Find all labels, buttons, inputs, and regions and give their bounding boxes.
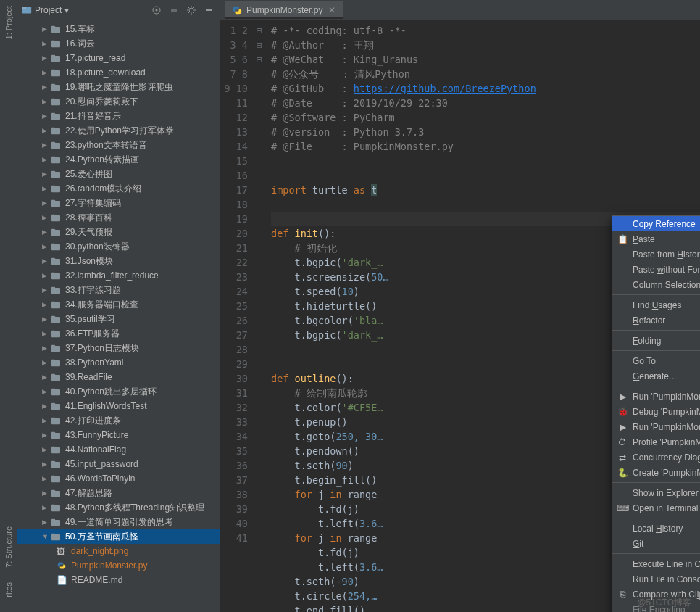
svg-point-3 [156, 9, 158, 11]
menu-item[interactable]: Go To▶ [612, 353, 700, 368]
menu-item[interactable]: ⌨Open in Terminal [612, 500, 700, 516]
tree-folder[interactable]: ▶44.NationalFlag [17, 442, 220, 457]
tree-folder[interactable]: ▶37.Python日志模块 [17, 341, 220, 355]
tree-file[interactable]: 🖼dark_night.png [17, 544, 220, 558]
tree-folder[interactable]: ▶24.Python转素描画 [17, 152, 220, 167]
tree-folder[interactable]: ▶30.python装饰器 [17, 239, 220, 254]
menu-item[interactable]: Local History▶ [612, 521, 700, 536]
run-icon: ▶ [617, 392, 628, 402]
menu-item[interactable]: Paste without FormattingCtrl+Alt+Shift+V [612, 262, 700, 277]
tree-folder[interactable]: ▶22.使用Python学习打军体拳 [17, 123, 220, 138]
svg-rect-5 [206, 9, 212, 11]
svg-rect-1 [22, 7, 26, 9]
tree-folder[interactable]: ▶26.random模块介绍 [17, 181, 220, 196]
svg-point-4 [189, 8, 193, 12]
menu-item[interactable]: 🐞Debug 'PumpkinMonster (1)' [612, 404, 700, 419]
tree-file[interactable]: 📄README.md [17, 573, 220, 587]
menu-item[interactable]: 🐍Create 'PumpkinMonster (1)'... [612, 465, 700, 480]
tree-folder[interactable]: ▶21.抖音好音乐 [17, 109, 220, 123]
menu-item[interactable]: Copy ReferenceCtrl+Alt+Shift+C [612, 216, 700, 231]
tree-folder[interactable]: ▶31.Json模块 [17, 254, 220, 268]
project-tool-label[interactable]: 1: Project [4, 6, 13, 39]
menu-item[interactable]: Git▶ [612, 536, 700, 551]
tab-label: PumpkinMonster.py [246, 5, 322, 15]
rites-label[interactable]: rites [4, 582, 13, 597]
tree-folder[interactable]: ▶40.Python跳出多层循环 [17, 384, 220, 399]
tree-folder[interactable]: ▶27.字符集编码 [17, 196, 220, 210]
diff-icon: ⎘ [617, 590, 628, 600]
collapse-icon[interactable] [167, 4, 180, 17]
tree-folder[interactable]: ▶17.picture_read [17, 51, 220, 65]
editor-tabs: PumpkinMonster.py ✕ [220, 0, 700, 20]
menu-item[interactable]: ⏱Profile 'PumpkinMonster (1)' [612, 434, 700, 450]
menu-item[interactable]: Refactor▶ [612, 313, 700, 328]
watermark: @51CTO博客 [637, 597, 691, 609]
target-icon[interactable] [150, 4, 163, 17]
menu-item[interactable]: ▶Run 'PumpkinMonster (1)'Ctrl+Shift+F10 [612, 389, 700, 404]
structure-tool-label[interactable]: 7: Structure [4, 526, 13, 568]
tree-folder[interactable]: ▶32.lambda_filter_reduce [17, 268, 220, 283]
close-icon[interactable]: ✕ [328, 5, 336, 15]
tree-folder[interactable]: ▶35.psutil学习 [17, 312, 220, 326]
tree-folder[interactable]: ▶46.WordsToPinyin [17, 471, 220, 486]
line-gutter: 1 2 3 4 5 6 7 8 9 10 11 12 13 14 15 16 1… [220, 20, 257, 612]
tree-folder[interactable]: ▼50.万圣节画南瓜怪 [17, 529, 220, 544]
menu-item[interactable]: Paste from History...Ctrl+Shift+V [612, 247, 700, 262]
prof-icon: ⏱ [617, 437, 628, 447]
tree-folder[interactable]: ▶29.天气预报 [17, 225, 220, 239]
tree-folder[interactable]: ▶20.慰问乔菱莉殿下 [17, 94, 220, 109]
tree-folder[interactable]: ▶42.打印进度条 [17, 413, 220, 428]
menu-item[interactable]: Show in Explorer [612, 485, 700, 500]
menu-item[interactable]: ▶Run 'PumpkinMonster (1)' with Coverage [612, 419, 700, 434]
menu-item[interactable]: 📋PasteCtrl+V [612, 231, 700, 247]
menu-item[interactable]: Generate...Alt+Insert [612, 368, 700, 384]
tree-folder[interactable]: ▶43.FunnyPicture [17, 428, 220, 442]
tree-folder[interactable]: ▶15.车标 [17, 22, 220, 36]
tree-folder[interactable]: ▶33.打字练习题 [17, 283, 220, 297]
tree-folder[interactable]: ▶16.词云 [17, 36, 220, 51]
tree-folder[interactable]: ▶34.服务器端口检查 [17, 297, 220, 312]
tab-pumpkinmonster[interactable]: PumpkinMonster.py ✕ [225, 1, 343, 19]
tree-folder[interactable]: ▶38.PythonYaml [17, 355, 220, 370]
tree-folder[interactable]: ▶41.EnglishWordsTest [17, 399, 220, 413]
gear-icon[interactable] [185, 4, 198, 17]
project-icon [22, 5, 32, 15]
term-icon: ⌨ [617, 503, 628, 513]
py-icon: 🐍 [617, 468, 628, 478]
tree-folder[interactable]: ▶39.ReadFile [17, 370, 220, 384]
tree-folder[interactable]: ▶28.稗事百科 [17, 210, 220, 225]
fold-gutter[interactable]: ⊟ ⊟ ⊟ [257, 20, 267, 612]
tree-file[interactable]: PumpkinMonster.py [17, 558, 220, 573]
tree-folder[interactable]: ▶49.一道简单习题引发的思考 [17, 515, 220, 529]
menu-item[interactable]: Find UsagesAlt+F7 [612, 297, 700, 313]
editor-area: PumpkinMonster.py ✕ 1 2 3 4 5 6 7 8 9 10… [220, 0, 700, 612]
project-tree[interactable]: ▶15.车标▶16.词云▶17.picture_read▶18.picture_… [17, 20, 220, 612]
project-sidebar: Project ▾ ▶15.车标▶16.词云▶17.picture_read▶1… [17, 0, 220, 612]
menu-item[interactable]: Run File in Console [612, 571, 700, 587]
tree-folder[interactable]: ▶48.Python多线程Threading知识整理 [17, 500, 220, 515]
tree-folder[interactable]: ▶45.input_password [17, 457, 220, 471]
toolwindow-bar-left: 1: Project 7: Structure rites [0, 0, 17, 612]
menu-item[interactable]: ⇄Concurrency Diagram for 'PumpkinMonster… [612, 450, 700, 465]
menu-item[interactable]: Folding▶ [612, 333, 700, 348]
tree-folder[interactable]: ▶47.解题思路 [17, 486, 220, 500]
python-file-icon [232, 5, 242, 15]
tree-folder[interactable]: ▶23.python文本转语音 [17, 138, 220, 152]
sidebar-header: Project ▾ [17, 0, 220, 20]
sidebar-title[interactable]: Project ▾ [35, 5, 146, 15]
menu-item[interactable]: Execute Line in ConsoleAlt+Shift+E [612, 556, 700, 571]
context-menu: Copy ReferenceCtrl+Alt+Shift+C📋PasteCtrl… [612, 215, 700, 612]
tree-folder[interactable]: ▶25.爱心拼图 [17, 167, 220, 181]
tree-folder[interactable]: ▶19.哪吒之魔童降世影评爬虫 [17, 80, 220, 94]
paste-icon: 📋 [617, 234, 628, 244]
menu-item[interactable]: Column Selection ModeAlt+Shift+Insert [612, 277, 700, 292]
hide-icon[interactable] [202, 4, 215, 17]
conc-icon: ⇄ [617, 452, 628, 463]
cov-icon: ▶ [617, 422, 628, 432]
tree-folder[interactable]: ▶18.picture_download [17, 65, 220, 80]
tree-folder[interactable]: ▶36.FTP服务器 [17, 326, 220, 341]
debug-icon: 🐞 [617, 407, 628, 417]
